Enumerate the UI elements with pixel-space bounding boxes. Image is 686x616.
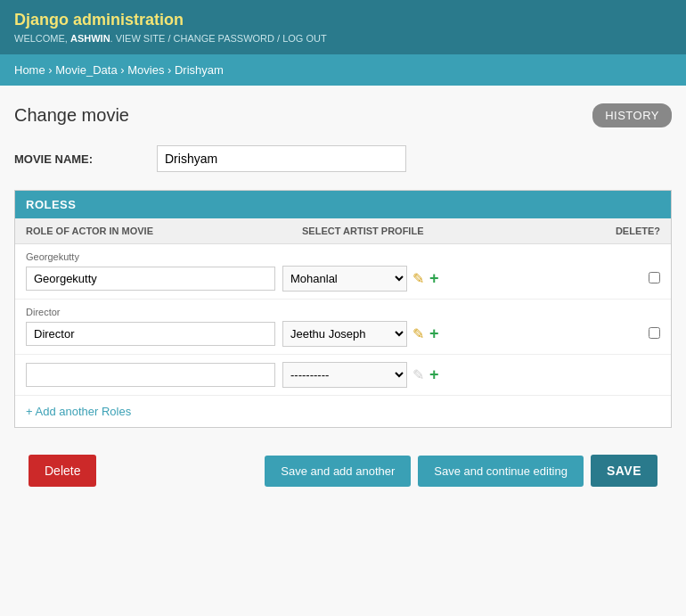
movie-name-input[interactable] bbox=[157, 145, 406, 172]
footer-buttons: Delete Save and add another Save and con… bbox=[14, 446, 672, 496]
save-continue-button[interactable]: Save and continue editing bbox=[418, 456, 584, 487]
main-content: Change movie HISTORY MOVIE NAME: ROLESS … bbox=[0, 86, 686, 513]
role-group-2: Director Jeethu Joseph ✎ + bbox=[15, 300, 671, 355]
edit-icon-3[interactable]: ✎ bbox=[412, 366, 424, 383]
delete-check-2[interactable] bbox=[649, 327, 660, 339]
col-artist-header: SELECT ARTIST PROFILE bbox=[302, 226, 589, 236]
roless-section: ROLESS ROLE OF ACTOR IN MOVIE SELECT ART… bbox=[14, 190, 672, 428]
change-password-link[interactable]: CHANGE PASSWORD bbox=[174, 33, 274, 44]
role-row-3: ---------- ✎ + bbox=[26, 362, 660, 388]
site-title: Django administration bbox=[14, 11, 672, 29]
edit-icon-1[interactable]: ✎ bbox=[412, 270, 424, 287]
artist-select-1[interactable]: Mohanlal bbox=[282, 266, 407, 292]
delete-checkbox-1 bbox=[589, 272, 660, 286]
breadcrumb-movies[interactable]: Movies bbox=[127, 63, 164, 77]
breadcrumb-home[interactable]: Home bbox=[14, 63, 45, 77]
artist-select-2[interactable]: Jeethu Joseph bbox=[282, 321, 407, 347]
role-group-label-1: Georgekutty bbox=[26, 251, 660, 262]
col-role-header: ROLE OF ACTOR IN MOVIE bbox=[26, 226, 302, 236]
log-out-link[interactable]: LOG OUT bbox=[282, 33, 327, 44]
welcome-prefix: WELCOME, bbox=[14, 33, 68, 44]
movie-name-label: MOVIE NAME: bbox=[14, 152, 157, 166]
role-input-3[interactable] bbox=[26, 363, 275, 387]
save-button[interactable]: SAVE bbox=[591, 455, 657, 487]
add-icon-3[interactable]: + bbox=[429, 365, 439, 384]
role-group-1: Georgekutty Mohanlal ✎ + bbox=[15, 244, 671, 300]
breadcrumb-movie-data[interactable]: Movie_Data bbox=[55, 63, 117, 77]
username: ASHWIN bbox=[70, 33, 110, 44]
breadcrumb-current: Drishyam bbox=[175, 63, 224, 77]
add-another-row: + Add another Roles bbox=[15, 396, 671, 427]
header-nav: WELCOME, ASHWIN. VIEW SITE / CHANGE PASS… bbox=[14, 33, 672, 44]
delete-checkbox-2 bbox=[589, 327, 660, 341]
history-button[interactable]: HISTORY bbox=[592, 103, 672, 127]
role-row-1: Mohanlal ✎ + bbox=[26, 266, 660, 292]
add-icon-1[interactable]: + bbox=[429, 269, 439, 288]
page-title: Change movie bbox=[14, 105, 129, 126]
roless-table-header: ROLE OF ACTOR IN MOVIE SELECT ARTIST PRO… bbox=[15, 218, 671, 244]
edit-icon-2[interactable]: ✎ bbox=[412, 325, 424, 342]
delete-check-1[interactable] bbox=[649, 272, 660, 283]
role-input-2[interactable] bbox=[26, 322, 275, 346]
roless-header: ROLESS bbox=[15, 191, 671, 218]
role-input-1[interactable] bbox=[26, 267, 275, 291]
role-group-3: ---------- ✎ + bbox=[15, 355, 671, 396]
delete-button[interactable]: Delete bbox=[29, 455, 96, 487]
breadcrumb: Home › Movie_Data › Movies › Drishyam bbox=[0, 54, 686, 86]
save-add-button[interactable]: Save and add another bbox=[265, 456, 411, 487]
role-row-2: Jeethu Joseph ✎ + bbox=[26, 321, 660, 347]
add-another-link[interactable]: + Add another Roles bbox=[26, 405, 131, 418]
artist-select-3[interactable]: ---------- bbox=[282, 362, 407, 388]
role-group-label-2: Director bbox=[26, 307, 660, 317]
page-title-row: Change movie HISTORY bbox=[14, 103, 672, 127]
movie-name-field-row: MOVIE NAME: bbox=[14, 145, 672, 172]
admin-header: Django administration WELCOME, ASHWIN. V… bbox=[0, 0, 686, 54]
add-icon-2[interactable]: + bbox=[429, 324, 439, 343]
col-delete-header: DELETE? bbox=[589, 226, 660, 236]
view-site-link[interactable]: VIEW SITE bbox=[116, 33, 166, 44]
